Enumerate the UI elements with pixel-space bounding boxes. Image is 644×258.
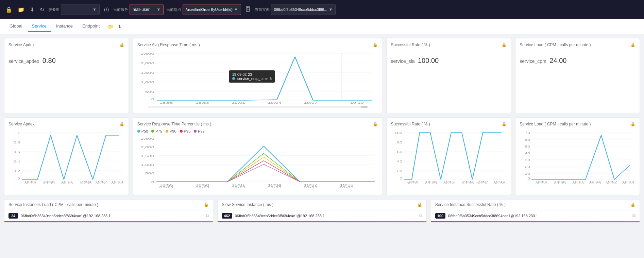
lock-icon[interactable]: 🔒	[4, 5, 14, 14]
refresh-icon[interactable]: ↻	[38, 5, 46, 14]
card-title: Service Avg Response Time ( ms ) 🔒	[137, 42, 378, 47]
lock-icon[interactable]: 🔒	[502, 42, 507, 47]
service-group-input[interactable]: ▼	[61, 4, 100, 15]
code-icon[interactable]: ⟨/⟩	[102, 5, 111, 14]
legend-dot-p95	[180, 130, 183, 133]
current-endpoint-label: 当前端点	[166, 7, 181, 12]
folder-icon[interactable]: 📁	[16, 5, 26, 14]
chart-row-2: Service Apdex 🔒 1 0.8 0.6 0.4 0.2 0 18:5…	[4, 117, 640, 195]
lock-icon[interactable]: 🔒	[373, 122, 378, 126]
service-selector: 当前服务 mall-user ▼	[113, 4, 164, 15]
instance-card-header: Service Instances Load ( CPM - calls per…	[4, 200, 213, 210]
svg-text:1,000: 1,000	[141, 163, 154, 167]
legend-p75: P75	[151, 129, 162, 133]
apdex-chart-svg: 1 0.8 0.6 0.4 0.2 0 18:55 02-23 18:58 02…	[9, 129, 124, 184]
svg-text:0: 0	[527, 177, 530, 180]
svg-text:20: 20	[525, 165, 530, 169]
endpoint-selector: 当前端点 /user/findOrderByUserId/{id} ▼	[166, 4, 241, 15]
nav-download-icon[interactable]: ⬇	[118, 24, 122, 29]
instance-badge: 24	[9, 213, 18, 219]
svg-text:02-23: 02-23	[196, 185, 209, 189]
card-response-percentile: Service Response Time Percentile ( ms ) …	[133, 117, 383, 195]
svg-text:2,000: 2,000	[141, 62, 154, 65]
svg-text:0.4: 0.4	[14, 160, 20, 163]
svg-text:02-23: 02-23	[425, 182, 437, 184]
instance-db-icon[interactable]: 🗄	[244, 5, 252, 14]
svg-text:2,500: 2,500	[141, 137, 154, 140]
instance-name: 06fbd0f6b35349ccb5ddcc3f8694cac1@192.168…	[235, 214, 417, 218]
svg-text:0.2: 0.2	[14, 169, 20, 173]
card-title: Successful Rate ( % ) 🔒	[391, 42, 507, 47]
svg-text:02-23: 02-23	[350, 103, 364, 104]
card-title: Service Apdex 🔒	[9, 122, 124, 126]
service-dropdown[interactable]: mall-user ▼	[130, 4, 164, 15]
tab-service[interactable]: Service	[28, 21, 51, 32]
endpoint-dropdown[interactable]: /user/findOrderByUserId/{id} ▼	[183, 4, 241, 15]
svg-text:1,000: 1,000	[141, 81, 154, 84]
chart-legend: P50 P75 P90 P95 P99	[137, 129, 378, 133]
instance-selector: 当前实例 06fbd0f6b35349ccb5ddcc3f86... ▼	[255, 4, 336, 15]
lock-icon[interactable]: 🔒	[502, 122, 507, 126]
instance-name: 06fbd0f6b35349ccb5ddcc3f8694cac1@192.168…	[21, 214, 203, 218]
lock-icon[interactable]: 🔒	[630, 202, 635, 207]
toolbar: 🔒 📁 ⬇ ↻ 服务组 ▼ ⟨/⟩ 当前服务 mall-user ▼ 当前端点 …	[0, 0, 644, 19]
tab-instance[interactable]: Instance	[52, 21, 77, 32]
svg-text:02-23: 02-23	[80, 182, 92, 184]
svg-text:02-23: 02-23	[477, 182, 489, 184]
svg-text:500: 500	[145, 171, 154, 175]
svg-text:10: 10	[525, 172, 530, 175]
chart-scrollbar[interactable]	[148, 106, 368, 108]
svg-text:02-23: 02-23	[232, 185, 245, 189]
lock-icon[interactable]: 🔒	[417, 202, 422, 207]
card-service-load-chart: Service Load ( CPM - calls per minute ) …	[515, 117, 640, 195]
svg-text:30: 30	[525, 158, 530, 162]
legend-p90: P90	[166, 129, 176, 133]
lock-icon[interactable]: 🔒	[204, 202, 209, 207]
instance-progress-bar	[431, 221, 640, 222]
card-instance-sla: Service Instance Successful Rate ( % ) 🔒…	[431, 199, 640, 223]
svg-text:50: 50	[525, 145, 530, 148]
legend-dot-p99	[194, 130, 197, 133]
instance-card-header: Slow Service Instance ( ms ) 🔒	[218, 200, 426, 210]
svg-text:60: 60	[525, 138, 530, 141]
lock-icon[interactable]: 🔒	[119, 122, 124, 126]
copy-icon[interactable]: ⧉	[419, 213, 422, 219]
chart-row-1: Service Apdex 🔒 service_apdex 0.80 Servi…	[4, 38, 640, 113]
service-group-label: 服务组	[48, 7, 60, 12]
current-service-label: 当前服务	[113, 7, 128, 12]
tab-global[interactable]: Global	[5, 21, 27, 32]
endpoint-value: /user/findOrderByUserId/{id}	[186, 7, 233, 12]
svg-text:02-23: 02-23	[96, 182, 108, 184]
nav-folder-icon[interactable]: 📁	[108, 24, 114, 29]
svg-text:02-23: 02-23	[268, 185, 282, 189]
svg-text:02-23: 02-23	[554, 182, 566, 184]
copy-icon[interactable]: ⧉	[206, 213, 209, 219]
lock-icon[interactable]: 🔒	[630, 42, 635, 47]
instance-card-header: Service Instance Successful Rate ( % ) 🔒	[431, 200, 640, 210]
svg-text:02-23: 02-23	[462, 182, 474, 184]
load-chart-svg: 70 60 50 40 30 20 10 0 18:55 02-23	[520, 129, 635, 184]
lock-icon[interactable]: 🔒	[373, 42, 378, 47]
svg-text:80: 80	[397, 141, 403, 144]
instance-name: 06fbd0f6b35349ccb5ddcc3f8694cac1@192.168…	[448, 214, 630, 218]
lock-icon[interactable]: 🔒	[119, 42, 124, 47]
download-icon[interactable]: ⬇	[29, 5, 36, 14]
card-title: Successful Rate ( % ) 🔒	[391, 122, 507, 126]
svg-text:02-23: 02-23	[159, 185, 173, 189]
svg-text:02-23: 02-23	[159, 103, 173, 104]
svg-text:02-23: 02-23	[268, 103, 282, 104]
service-value: mall-user	[133, 7, 149, 12]
svg-text:02-23: 02-23	[24, 182, 36, 184]
instance-dropdown[interactable]: 06fbd0f6b35349ccb5ddcc3f86... ▼	[271, 4, 336, 15]
svg-text:02-23: 02-23	[493, 182, 506, 184]
svg-text:0.6: 0.6	[14, 150, 20, 154]
svg-text:02-23: 02-23	[536, 182, 548, 184]
card-title: Service Load ( CPM - calls per minute ) …	[520, 42, 635, 47]
copy-icon[interactable]: ⧉	[632, 213, 635, 219]
tab-endpoint[interactable]: Endpoint	[78, 21, 104, 32]
svg-text:40: 40	[397, 160, 403, 163]
response-time-chart: 2,500 2,000 1,500 1,000 500 0	[137, 50, 378, 108]
lock-icon[interactable]: 🔒	[630, 122, 635, 126]
card-avg-response-time: Service Avg Response Time ( ms ) 🔒 2,500…	[133, 38, 383, 113]
svg-text:1: 1	[17, 131, 20, 135]
